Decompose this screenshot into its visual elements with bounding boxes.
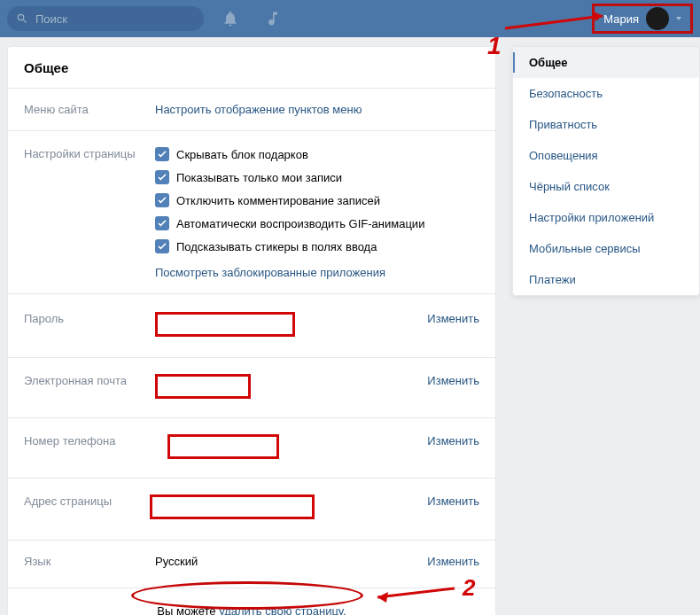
search-icon: [16, 12, 28, 25]
label-menu: Меню сайта: [24, 103, 155, 116]
footer-prefix: Вы можете: [157, 604, 219, 615]
row-phone: Номер телефона Изменить: [8, 418, 495, 479]
page-title: Общее: [8, 47, 495, 89]
sidebar-item-blacklist[interactable]: Чёрный список: [513, 171, 699, 202]
check-disable-comments: Отключить комментирование записей: [155, 193, 479, 207]
check-label: Отключить комментирование записей: [176, 194, 380, 207]
label-language: Язык: [24, 555, 155, 568]
main-panel: Общее Меню сайта Настроить отображение п…: [7, 46, 496, 615]
checkbox-list: Скрывать блок подарков Показывать только…: [155, 147, 479, 279]
label-phone: Номер телефона: [24, 434, 155, 462]
row-address: Адрес страницы Изменить: [8, 479, 495, 541]
label-page-settings: Настройки страницы: [24, 147, 155, 279]
configure-menu-link[interactable]: Настроить отображение пунктов меню: [155, 103, 362, 116]
redacted-address: [150, 494, 315, 519]
checkbox[interactable]: [155, 170, 169, 184]
sidebar-item-payments[interactable]: Платежи: [513, 264, 699, 295]
header-bar: Мария: [0, 0, 700, 37]
check-label: Автоматически воспроизводить GIF-анимаци…: [176, 217, 424, 230]
checkbox[interactable]: [155, 239, 169, 253]
change-email-link[interactable]: Изменить: [427, 374, 479, 387]
change-password-link[interactable]: Изменить: [427, 312, 479, 325]
label-email: Электронная почта: [24, 374, 155, 401]
sidebar-item-security[interactable]: Безопасность: [513, 78, 699, 109]
checkbox[interactable]: [155, 216, 169, 230]
content: Общее Меню сайта Настроить отображение п…: [0, 37, 700, 615]
redacted-email: [155, 374, 251, 399]
header-icons: [222, 10, 282, 27]
delete-page-link[interactable]: удалить свою страницу.: [219, 604, 346, 615]
row-language: Язык Русский Изменить: [8, 541, 495, 582]
change-phone-link[interactable]: Изменить: [427, 434, 479, 448]
user-name: Мария: [603, 12, 639, 26]
change-language-link[interactable]: Изменить: [427, 555, 479, 568]
search-box[interactable]: [7, 6, 204, 31]
row-email: Электронная почта Изменить: [8, 358, 495, 418]
label-address: Адрес страницы: [24, 494, 155, 522]
user-menu[interactable]: Мария: [592, 4, 693, 34]
sidebar-item-general[interactable]: Общее: [513, 47, 699, 78]
check-label: Показывать только мои записи: [176, 171, 342, 184]
footer-row: Вы можете удалить свою страницу.: [8, 588, 495, 615]
label-password: Пароль: [24, 312, 155, 339]
check-stickers: Подсказывать стикеры в полях ввода: [155, 239, 479, 253]
redacted-password: [155, 312, 295, 337]
sidebar-item-notifications[interactable]: Оповещения: [513, 140, 699, 171]
checkbox[interactable]: [155, 147, 169, 161]
music-icon[interactable]: [264, 10, 282, 27]
blocked-apps-link[interactable]: Посмотреть заблокированные приложения: [155, 266, 479, 279]
avatar: [646, 7, 669, 30]
redacted-phone: [167, 434, 279, 459]
sidebar-item-privacy[interactable]: Приватность: [513, 109, 699, 140]
check-gifts: Скрывать блок подарков: [155, 147, 479, 161]
sidebar: Общее Безопасность Приватность Оповещени…: [512, 46, 700, 296]
change-address-link[interactable]: Изменить: [427, 494, 479, 508]
search-input[interactable]: [35, 12, 186, 26]
row-page-settings: Настройки страницы Скрывать блок подарко…: [8, 131, 495, 294]
language-value: Русский: [155, 555, 198, 568]
check-label: Подсказывать стикеры в полях ввода: [176, 240, 377, 253]
row-menu: Меню сайта Настроить отображение пунктов…: [8, 89, 495, 131]
sidebar-item-app-settings[interactable]: Настройки приложений: [513, 202, 699, 233]
check-own-posts: Показывать только мои записи: [155, 170, 479, 184]
sidebar-item-mobile[interactable]: Мобильные сервисы: [513, 233, 699, 264]
row-password: Пароль Изменить: [8, 294, 495, 358]
chevron-down-icon: [676, 17, 681, 20]
check-autoplay-gif: Автоматически воспроизводить GIF-анимаци…: [155, 216, 479, 230]
notifications-icon[interactable]: [222, 10, 239, 27]
checkbox[interactable]: [155, 193, 169, 207]
check-label: Скрывать блок подарков: [176, 148, 308, 161]
